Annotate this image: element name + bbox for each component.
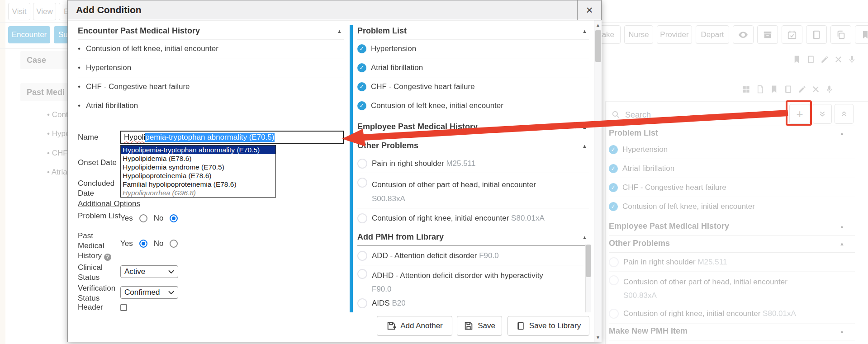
book-icon[interactable] <box>784 85 792 94</box>
modal-problem-item[interactable]: ✓Contusion of left knee, initial encount… <box>357 96 589 115</box>
modal-problem-list-header[interactable]: Problem List ▲ <box>357 25 589 39</box>
ehr-page: Visit View E Encounter Su Case Past Medi… <box>0 0 868 344</box>
dropdown-option[interactable]: Hypolipemia-tryptophan abnormality (E70.… <box>121 146 275 154</box>
modal-problem-item[interactable]: ✓CHF - Congestive heart failure <box>357 77 589 96</box>
library-item[interactable]: AIDS B20 <box>357 294 583 312</box>
unchecked-circle-icon <box>609 275 619 285</box>
page-edge-strip <box>0 0 5 344</box>
pmh-no-radio[interactable] <box>170 240 178 248</box>
modal-other-problem-item[interactable]: Contusion of right knee, initial encount… <box>357 208 589 228</box>
bg-other-problem-item[interactable]: Pain in right shoulder M25.511 <box>609 253 855 272</box>
modal-add-pmh-header[interactable]: Add PMH from Library ▲ <box>357 231 589 245</box>
dropdown-option[interactable]: Hypolipoproteinemia (E78.6) <box>121 171 275 180</box>
library-scrollbar-thumb[interactable] <box>586 245 591 277</box>
scroll-down-icon[interactable]: ▼ <box>594 335 602 340</box>
header-checkbox[interactable] <box>120 304 127 311</box>
close-icon[interactable] <box>812 85 820 93</box>
problem-list-yes-radio[interactable] <box>139 214 147 222</box>
modal-other-problems-header[interactable]: Other Problems ▲ <box>357 140 589 153</box>
bookmark-icon[interactable] <box>770 85 778 94</box>
tab-nurse[interactable]: Nurse <box>624 25 653 44</box>
search-input[interactable] <box>624 107 780 123</box>
bg-problem-item[interactable]: ✓Hypertension <box>609 140 855 159</box>
search-icon <box>612 110 620 119</box>
scroll-up-icon[interactable]: ▲ <box>594 20 602 28</box>
unchecked-circle-icon <box>357 298 367 308</box>
bg-problem-item[interactable]: ✓CHF - Congestive heart failure <box>609 178 855 197</box>
save-plus-icon <box>386 321 396 331</box>
collapse-caret-icon[interactable]: ▲ <box>840 224 844 229</box>
expand-all-button[interactable] <box>835 104 854 124</box>
modal-problem-item[interactable]: ✓Atrial fibrillation <box>357 58 589 77</box>
bg-other-problem-item[interactable]: Contusion of other part of head, initial… <box>609 272 855 304</box>
modal-scrollbar-thumb[interactable] <box>595 30 601 62</box>
additional-options-link[interactable]: Additional Options <box>78 199 140 208</box>
grid-icon[interactable] <box>742 85 750 94</box>
add-another-button[interactable]: Add Another <box>377 316 452 336</box>
modal-other-problem-item[interactable]: Pain in right shoulder M25.511 <box>357 154 589 173</box>
library-item[interactable]: ADHD - Attention deficit disorder with h… <box>357 265 583 294</box>
header-label: Header <box>78 302 121 312</box>
pencil-icon[interactable] <box>821 55 829 64</box>
bg-other-problem-item[interactable]: Contusion of right knee, initial encount… <box>609 304 855 324</box>
tab-view[interactable]: View <box>33 3 56 20</box>
dropdown-option[interactable]: Hypolipidemia (E78.6) <box>121 154 275 163</box>
bg-problem-item[interactable]: ✓Atrial fibrillation <box>609 159 855 178</box>
eye-icon[interactable] <box>733 25 754 44</box>
check-circle-icon: ✓ <box>609 164 618 173</box>
clinical-status-label: Clinical Status <box>78 263 121 283</box>
dropdown-option[interactable]: Familial hypolipoproteinemia (E78.6) <box>121 180 275 188</box>
dropdown-option[interactable]: Hypoliquorrhea (G96.8) <box>121 188 275 197</box>
modal-close-button[interactable]: × <box>577 0 601 20</box>
bookmark-icon[interactable] <box>792 55 801 64</box>
check-circle-icon: ✓ <box>357 101 366 110</box>
calendar-check-icon[interactable] <box>782 25 802 44</box>
add-condition-button[interactable]: + <box>789 104 810 124</box>
book-icon[interactable] <box>806 25 827 44</box>
tab-depart[interactable]: Depart <box>696 25 729 44</box>
condition-name-input[interactable]: Hypolipemia-tryptophan abnormality (E70.… <box>120 131 344 144</box>
save-to-library-button[interactable]: Save to Library <box>508 316 589 336</box>
clinical-status-select[interactable]: Active <box>120 265 178 278</box>
autocomplete-dropdown: Hypolipemia-tryptophan abnormality (E70.… <box>120 145 276 198</box>
collapse-all-button[interactable] <box>813 104 832 124</box>
dropdown-option[interactable]: Hypolipidemia syndrome (E70.5) <box>121 163 275 171</box>
library-item[interactable]: ADD - Attention deficit disorder F90.0 <box>357 246 583 265</box>
encounter-pmh-header[interactable]: Encounter Past Medical History ▲ <box>78 25 344 39</box>
bg-problem-list-title: Problem List <box>609 128 658 138</box>
mic-icon[interactable] <box>848 55 856 64</box>
bookmark-icon[interactable] <box>855 25 868 44</box>
collapse-caret-icon[interactable]: ▲ <box>840 241 844 246</box>
problem-list-no-radio[interactable] <box>170 214 178 222</box>
tab-visit[interactable]: Visit <box>8 3 30 20</box>
document-icon[interactable] <box>756 85 764 94</box>
pmh-yes-radio[interactable] <box>139 240 147 248</box>
collapse-caret-icon: ▲ <box>582 235 587 240</box>
tab-provider[interactable]: Provider <box>657 25 692 44</box>
bg-make-new-pmh-title: Make New PMH Item <box>609 326 688 336</box>
past-medical-history-label: Past Medical History ? <box>78 231 121 261</box>
library-scrollbar[interactable] <box>585 245 591 312</box>
archive-icon[interactable] <box>757 25 778 44</box>
collapse-caret-icon[interactable]: ▲ <box>840 329 844 334</box>
collapse-caret-icon[interactable]: ▲ <box>840 131 844 136</box>
modal-other-problem-item[interactable]: Contusion of other part of head, initial… <box>357 173 589 208</box>
save-button[interactable]: Save <box>457 316 502 336</box>
book-icon[interactable] <box>806 55 815 64</box>
help-icon[interactable]: ? <box>104 254 111 261</box>
encounter-pmh-item: •Atrial fibrillation <box>78 96 344 115</box>
unchecked-circle-icon <box>357 159 367 169</box>
pencil-icon[interactable] <box>798 85 806 94</box>
copy-icon[interactable] <box>830 25 851 44</box>
mic-icon[interactable] <box>825 85 834 94</box>
encounter-button[interactable]: Encounter <box>8 26 50 43</box>
bg-problem-item[interactable]: ✓Contusion of left knee, initial encount… <box>609 197 855 216</box>
verification-status-select[interactable]: Confirmed <box>120 286 178 299</box>
modal-problem-item[interactable]: ✓Hypertension <box>357 39 589 58</box>
close-icon[interactable] <box>835 56 842 63</box>
close-icon: × <box>586 3 593 17</box>
modal-employee-pmh-header[interactable]: Employee Past Medical History ▲ <box>357 121 589 134</box>
save-icon <box>464 321 474 331</box>
unchecked-circle-icon <box>357 251 367 261</box>
modal-scrollbar[interactable]: ▲ ▼ <box>594 20 602 342</box>
